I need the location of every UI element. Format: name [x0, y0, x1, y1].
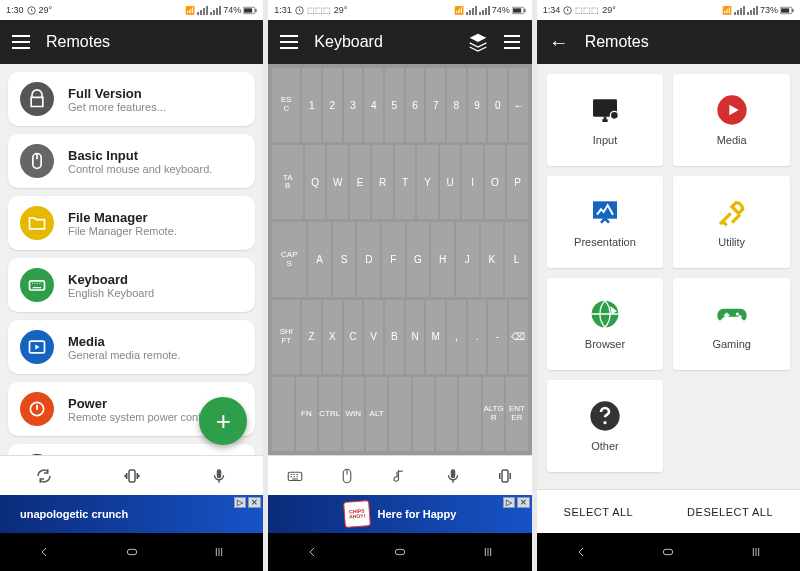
layers-icon[interactable]: [468, 32, 488, 52]
key-5[interactable]: 5: [385, 68, 404, 142]
key-Q[interactable]: Q: [305, 145, 325, 219]
refresh-icon[interactable]: [35, 467, 53, 485]
key-ENTER[interactable]: ENT ER: [506, 377, 527, 451]
add-fab[interactable]: +: [199, 397, 247, 445]
nav-back-icon[interactable]: [36, 544, 52, 560]
remote-card[interactable]: Full Version Get more features...: [8, 72, 255, 126]
music-icon[interactable]: [391, 467, 409, 485]
mic-icon[interactable]: [444, 467, 462, 485]
key-ESC[interactable]: ES C: [272, 68, 300, 142]
key-L[interactable]: L: [505, 222, 528, 296]
key-T[interactable]: T: [395, 145, 415, 219]
hamburger-icon[interactable]: [12, 35, 30, 49]
key-D[interactable]: D: [357, 222, 380, 296]
tile-media[interactable]: Media: [673, 74, 790, 166]
key-4[interactable]: 4: [364, 68, 383, 142]
nav-bar: [537, 533, 800, 571]
tile-label: Utility: [718, 236, 745, 248]
key-X[interactable]: X: [323, 300, 342, 374]
remote-card[interactable]: File Manager File Manager Remote.: [8, 196, 255, 250]
ad-banner[interactable]: unapologetic crunch ▷✕: [0, 495, 263, 533]
key-Y[interactable]: Y: [417, 145, 437, 219]
key-SHIFT[interactable]: SHI FT: [272, 300, 300, 374]
key--[interactable]: -: [488, 300, 507, 374]
key-R[interactable]: R: [372, 145, 392, 219]
key-⌫[interactable]: ⌫: [509, 300, 528, 374]
key-Z[interactable]: Z: [302, 300, 321, 374]
key-E[interactable]: E: [350, 145, 370, 219]
nav-recent-icon[interactable]: [480, 544, 496, 560]
key-ALT[interactable]: ALT: [366, 377, 387, 451]
tile-gaming[interactable]: Gaming: [673, 278, 790, 370]
key-WIN[interactable]: WIN: [343, 377, 364, 451]
nav-recent-icon[interactable]: [211, 544, 227, 560]
nav-home-icon[interactable]: [660, 544, 676, 560]
key-CTRL[interactable]: CTRL: [319, 377, 340, 451]
key-W[interactable]: W: [327, 145, 347, 219]
key-1[interactable]: 1: [302, 68, 321, 142]
key-.[interactable]: .: [468, 300, 487, 374]
key-N[interactable]: N: [406, 300, 425, 374]
key-7[interactable]: 7: [426, 68, 445, 142]
deselect-all-button[interactable]: DESELECT ALL: [687, 506, 773, 518]
key-0[interactable]: 0: [488, 68, 507, 142]
nav-back-icon[interactable]: [304, 544, 320, 560]
key-TAB[interactable]: TA B: [272, 145, 303, 219]
key-S[interactable]: S: [333, 222, 356, 296]
nav-home-icon[interactable]: [124, 544, 140, 560]
key-K[interactable]: K: [481, 222, 504, 296]
mouse-icon[interactable]: [338, 467, 356, 485]
key-FN[interactable]: FN: [296, 377, 317, 451]
ad-banner[interactable]: CHIPS AHOY! Here for Happy ▷✕: [268, 495, 531, 533]
key-F[interactable]: F: [382, 222, 405, 296]
bottom-actions: SELECT ALL DESELECT ALL: [537, 489, 800, 533]
vibrate-icon[interactable]: [123, 467, 141, 485]
select-all-button[interactable]: SELECT ALL: [564, 506, 634, 518]
key-ALTGR[interactable]: ALTG R: [483, 377, 504, 451]
key-C[interactable]: C: [344, 300, 363, 374]
tile-utility[interactable]: Utility: [673, 176, 790, 268]
nav-recent-icon[interactable]: [748, 544, 764, 560]
key-M[interactable]: M: [426, 300, 445, 374]
tile-presentation[interactable]: Presentation: [547, 176, 664, 268]
key-P[interactable]: P: [507, 145, 527, 219]
key-2[interactable]: 2: [323, 68, 342, 142]
key-B[interactable]: B: [385, 300, 404, 374]
key-A[interactable]: A: [308, 222, 331, 296]
key-G[interactable]: G: [407, 222, 430, 296]
key-3[interactable]: 3: [344, 68, 363, 142]
mplay-icon: [716, 94, 748, 126]
tile-browser[interactable]: Browser: [547, 278, 664, 370]
key-9[interactable]: 9: [468, 68, 487, 142]
mic-icon[interactable]: [210, 467, 228, 485]
remote-card[interactable]: Screen Remote screen viewer: [8, 444, 255, 455]
key-V[interactable]: V: [364, 300, 383, 374]
key-6[interactable]: 6: [406, 68, 425, 142]
tile-input[interactable]: Input: [547, 74, 664, 166]
vibrate-icon[interactable]: [496, 467, 514, 485]
remote-card[interactable]: Basic Input Control mouse and keyboard.: [8, 134, 255, 188]
back-icon[interactable]: ←: [549, 31, 569, 54]
card-title: Media: [68, 334, 181, 349]
key-H[interactable]: H: [431, 222, 454, 296]
tile-other[interactable]: Other: [547, 380, 664, 472]
status-temp: 29°: [602, 5, 616, 15]
key-U[interactable]: U: [440, 145, 460, 219]
hamburger-icon[interactable]: [280, 35, 298, 49]
app-title: Remotes: [585, 33, 788, 51]
menu-icon[interactable]: [504, 35, 520, 49]
key-O[interactable]: O: [485, 145, 505, 219]
svg-rect-19: [502, 470, 508, 482]
key-J[interactable]: J: [456, 222, 479, 296]
key-8[interactable]: 8: [447, 68, 466, 142]
nav-home-icon[interactable]: [392, 544, 408, 560]
remote-card[interactable]: Keyboard English Keyboard: [8, 258, 255, 312]
nav-back-icon[interactable]: [573, 544, 589, 560]
keyboard-icon[interactable]: [286, 467, 304, 485]
key-,[interactable]: ,: [447, 300, 466, 374]
bottom-toolbar: [268, 455, 531, 495]
key-CAPS[interactable]: CAP S: [272, 222, 306, 296]
remote-card[interactable]: Media General media remote.: [8, 320, 255, 374]
key-←[interactable]: ←: [509, 68, 528, 142]
key-I[interactable]: I: [462, 145, 482, 219]
